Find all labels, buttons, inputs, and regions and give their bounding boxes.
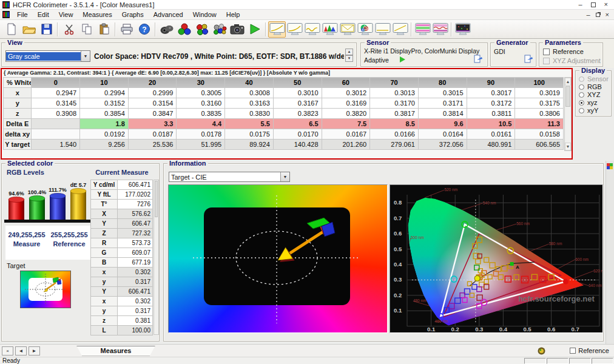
scroll-down-icon[interactable]: ▼ bbox=[565, 143, 571, 150]
table-cell[interactable]: 0.3908 bbox=[32, 109, 80, 119]
paste-button[interactable] bbox=[95, 21, 113, 38]
table-cell[interactable]: 9.6 bbox=[418, 119, 467, 129]
table-cell[interactable]: 3.3 bbox=[128, 119, 177, 129]
table-cell[interactable]: 0.3154 bbox=[128, 98, 177, 109]
reference-checkbox-box[interactable] bbox=[543, 49, 550, 55]
table-cell[interactable]: 0.2947 bbox=[32, 88, 80, 98]
display-option-xyz[interactable]: XYZ bbox=[579, 91, 611, 98]
table-cell[interactable]: 140.428 bbox=[273, 140, 322, 150]
new-document-button[interactable] bbox=[2, 21, 20, 38]
measure-row[interactable]: R573.73 bbox=[91, 238, 153, 248]
radio-icon[interactable] bbox=[579, 92, 584, 98]
column-header-70[interactable]: 70 bbox=[370, 78, 419, 88]
column-header-40[interactable]: 40 bbox=[225, 78, 274, 88]
table-cell[interactable] bbox=[32, 129, 80, 140]
mdi-minimize-button[interactable]: – bbox=[586, 11, 590, 18]
sensor-properties-icon[interactable] bbox=[474, 55, 483, 64]
table-cell[interactable]: 6.5 bbox=[273, 119, 322, 129]
print-button[interactable] bbox=[118, 21, 135, 38]
sensor-config-button[interactable] bbox=[158, 21, 175, 38]
generator-properties-icon[interactable] bbox=[524, 55, 533, 64]
table-cell[interactable]: 0.3854 bbox=[80, 109, 129, 119]
table-cell[interactable]: 11.3 bbox=[515, 119, 564, 129]
view-luminance-button[interactable] bbox=[286, 21, 303, 38]
measure-row[interactable]: Y cd/ml606.471 bbox=[91, 180, 153, 190]
measure-row[interactable]: x0.302 bbox=[91, 297, 153, 306]
copy-button[interactable] bbox=[78, 21, 95, 38]
view-satlum-button[interactable] bbox=[414, 21, 431, 38]
table-cell[interactable]: 0.3806 bbox=[515, 109, 564, 119]
reference-checkbox[interactable]: Reference bbox=[543, 48, 584, 55]
table-cell[interactable]: 10.5 bbox=[467, 119, 515, 129]
measure-table-scrollbar[interactable] bbox=[154, 180, 159, 335]
table-cell[interactable]: 0.0161 bbox=[467, 129, 515, 140]
capture-button[interactable] bbox=[228, 21, 246, 38]
table-cell[interactable]: 0.3817 bbox=[370, 109, 419, 119]
table-cell[interactable]: 9.256 bbox=[80, 140, 129, 150]
table-cell[interactable]: 0.0164 bbox=[418, 129, 467, 140]
view-free-measures-button[interactable] bbox=[454, 21, 471, 38]
table-cell[interactable]: 0.2994 bbox=[80, 88, 129, 98]
tab-measures[interactable]: Measures bbox=[76, 346, 155, 356]
table-cell[interactable]: 0.3823 bbox=[273, 109, 322, 119]
column-header-20[interactable]: 20 bbox=[128, 78, 177, 88]
menu-measures[interactable]: Measures bbox=[78, 10, 116, 19]
menu-graphs[interactable]: Graphs bbox=[117, 10, 149, 19]
column-header-30[interactable]: 30 bbox=[177, 78, 225, 88]
measure-row[interactable]: y0.317 bbox=[91, 277, 153, 287]
measure-row[interactable]: z0.381 bbox=[91, 316, 153, 326]
table-cell[interactable]: 0.3013 bbox=[370, 88, 419, 98]
table-cell[interactable]: 0.3017 bbox=[467, 88, 515, 98]
mdi-restore-button[interactable] bbox=[596, 13, 600, 17]
spinner-down-icon[interactable]: ▼ bbox=[345, 55, 353, 62]
table-cell[interactable]: 0.3830 bbox=[225, 109, 274, 119]
table-scrollbar[interactable]: ▲ ▼ bbox=[564, 77, 572, 151]
measure-row[interactable]: T°7276 bbox=[91, 200, 153, 209]
table-cell[interactable]: 0.0175 bbox=[225, 129, 274, 140]
display-option-rgb[interactable]: RGB bbox=[579, 83, 611, 90]
mdi-close-button[interactable]: × bbox=[606, 11, 609, 18]
radio-icon[interactable] bbox=[579, 100, 584, 106]
table-cell[interactable]: 0.0166 bbox=[370, 129, 419, 140]
minimize-button[interactable]: – bbox=[578, 1, 582, 8]
tab-close-button[interactable]: × bbox=[2, 346, 13, 356]
table-cell[interactable]: 0.3814 bbox=[418, 109, 467, 119]
color-space-spinner[interactable]: ▲▼ bbox=[345, 49, 353, 62]
colorchecker-button[interactable] bbox=[211, 21, 228, 38]
column-header-90[interactable]: 90 bbox=[467, 78, 515, 88]
scroll-up-icon[interactable]: ▲ bbox=[565, 78, 571, 86]
table-cell[interactable]: 1.8 bbox=[80, 119, 129, 129]
table-cell[interactable]: 201.260 bbox=[322, 140, 370, 150]
maximize-button[interactable] bbox=[591, 2, 596, 7]
table-cell[interactable]: 0.3005 bbox=[177, 88, 225, 98]
table-cell[interactable]: 0.3171 bbox=[418, 98, 467, 109]
table-cell[interactable]: 0.3820 bbox=[322, 109, 370, 119]
view-gamma-button[interactable] bbox=[268, 21, 286, 38]
table-cell[interactable]: 0.3010 bbox=[273, 88, 322, 98]
table-cell[interactable]: 1.540 bbox=[32, 140, 80, 150]
measure-row[interactable]: Y606.47 bbox=[91, 219, 153, 229]
table-cell[interactable]: 480.991 bbox=[467, 140, 515, 150]
reference-toggle-box[interactable] bbox=[570, 348, 576, 354]
table-cell[interactable]: 0.0187 bbox=[128, 129, 177, 140]
table-cell[interactable]: 279.061 bbox=[370, 140, 419, 150]
table-cell[interactable]: 5.5 bbox=[225, 119, 274, 129]
rgb-measure-button[interactable] bbox=[175, 21, 193, 38]
table-cell[interactable]: 0.3019 bbox=[515, 88, 564, 98]
measures-table[interactable]: % White0102030405060708090100x0.29470.29… bbox=[3, 77, 564, 150]
measure-row[interactable]: Y606.471 bbox=[91, 287, 153, 297]
open-file-button[interactable] bbox=[20, 21, 38, 38]
measure-row[interactable]: X576.62 bbox=[91, 209, 153, 219]
table-cell[interactable]: 606.565 bbox=[515, 140, 564, 150]
table-cell[interactable]: 0.3172 bbox=[467, 98, 515, 109]
table-cell[interactable]: 0.3160 bbox=[177, 98, 225, 109]
column-header-60[interactable]: 60 bbox=[322, 78, 370, 88]
table-cell[interactable]: 0.3008 bbox=[225, 88, 274, 98]
table-cell[interactable]: 8.5 bbox=[370, 119, 419, 129]
save-button[interactable] bbox=[38, 21, 55, 38]
reference-toggle[interactable]: Reference bbox=[570, 347, 609, 354]
menu-help[interactable]: Help bbox=[221, 10, 245, 19]
table-cell[interactable] bbox=[32, 119, 80, 129]
view-gamut-button[interactable] bbox=[431, 21, 449, 38]
table-cell[interactable]: 0.3169 bbox=[322, 98, 370, 109]
